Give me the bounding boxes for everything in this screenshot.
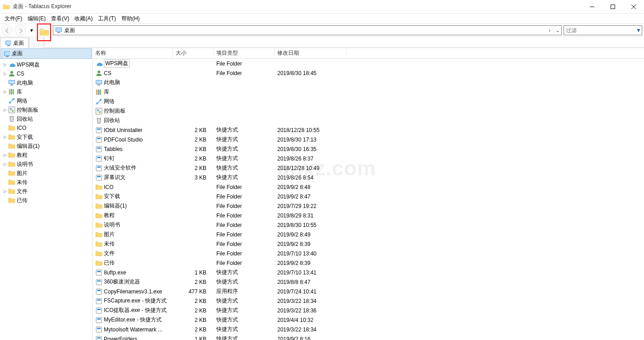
file-row[interactable]: 安下载File Folder2019/9/2 8:47: [93, 192, 644, 201]
file-row[interactable]: 编辑器(1)File Folder2019/7/29 19:22: [93, 201, 644, 211]
minimize-button[interactable]: [582, 0, 602, 14]
tree-item[interactable]: 网络: [0, 96, 92, 105]
forward-button[interactable]: [14, 24, 26, 36]
file-name: 图片: [104, 231, 115, 238]
file-date: 2019/9/2 8:39: [275, 260, 347, 266]
file-row[interactable]: 火绒安全软件2 KB快捷方式2018/12/28 10:49: [93, 163, 644, 173]
file-row[interactable]: 文件File Folder2019/7/10 13:40: [93, 249, 644, 258]
tree-twisty[interactable]: ▷: [2, 135, 8, 139]
close-button[interactable]: [623, 0, 644, 14]
tree-item[interactable]: ▷安下载: [0, 132, 92, 142]
file-type: File Folder: [214, 250, 275, 257]
address-path[interactable]: 桌面: [64, 27, 546, 34]
tree-twisty[interactable]: ▷: [2, 62, 8, 67]
tree-item[interactable]: ▷库: [0, 87, 92, 96]
file-row[interactable]: WPS网盘File Folder: [93, 59, 644, 68]
file-row[interactable]: PowerFolders1 KB快捷方式2019/9/2 8:16: [93, 334, 644, 340]
back-button[interactable]: [1, 24, 13, 36]
svg-rect-15: [611, 5, 615, 9]
tree-twisty[interactable]: ▷: [2, 162, 8, 166]
tree-item[interactable]: 已传: [0, 196, 92, 205]
menu-edit[interactable]: 编辑(E): [25, 14, 48, 24]
file-name: 文件: [104, 250, 115, 257]
sidebar-header[interactable]: 桌面: [0, 48, 92, 59]
tree-twisty[interactable]: ▷: [2, 108, 8, 112]
tree-item[interactable]: ▷控制面板: [0, 105, 92, 114]
file-name: ICO提取器.exe - 快捷方式: [104, 307, 167, 314]
filter-input[interactable]: [564, 27, 635, 33]
menu-tools[interactable]: 工具(T): [95, 14, 118, 24]
tree-item[interactable]: ▷教程: [0, 151, 92, 160]
column-name[interactable]: 名称: [93, 48, 173, 58]
file-size: 2 KB: [173, 165, 214, 171]
file-size: 477 KB: [173, 288, 214, 295]
file-row[interactable]: CSFile Folder2019/8/30 18:45: [93, 68, 644, 78]
maximize-button[interactable]: [602, 0, 623, 14]
file-row[interactable]: 说明书File Folder2019/8/30 10:55: [93, 220, 644, 230]
tree-item[interactable]: 回收站: [0, 114, 92, 123]
folder-tree[interactable]: ▷WPS网盘▷CS此电脑▷库网络▷控制面板回收站ICO▷安下载编辑器(1)▷教程…: [0, 59, 92, 340]
file-row[interactable]: PDFCool Studio2 KB快捷方式2019/8/30 17:13: [93, 135, 644, 144]
file-row[interactable]: 已传File Folder2019/9/2 8:39: [93, 258, 644, 268]
menu-view[interactable]: 查看(V): [48, 14, 72, 24]
tree-twisty[interactable]: ▷: [2, 189, 8, 194]
address-dropdown[interactable]: ⌄: [553, 27, 561, 33]
file-row[interactable]: FSCapture.exe - 快捷方式2 KB快捷方式2019/3/22 18…: [93, 296, 644, 306]
file-type: 快捷方式: [214, 335, 275, 340]
filter-box[interactable]: ▼: [564, 25, 642, 35]
file-row[interactable]: ICO提取器.exe - 快捷方式2 KB快捷方式2019/3/22 18:36: [93, 306, 644, 315]
tree-item[interactable]: ▷文件: [0, 187, 92, 196]
file-row[interactable]: Mytoolsoft Watermark ...2 KB快捷方式2019/3/2…: [93, 325, 644, 334]
file-name: 此电脑: [104, 79, 120, 86]
tree-twisty[interactable]: ▷: [2, 153, 8, 157]
column-type[interactable]: 项目类型: [214, 48, 275, 58]
file-row[interactable]: CopyFilenamesv3.1.exe477 KB应用程序2019/7/24…: [93, 287, 644, 296]
menu-help[interactable]: 帮助(H): [119, 14, 143, 24]
tree-item[interactable]: 未传: [0, 178, 92, 187]
file-type: File Folder: [214, 222, 275, 228]
tree-item[interactable]: 编辑器(1): [0, 142, 92, 151]
tree-item[interactable]: 图片: [0, 169, 92, 178]
file-row[interactable]: 控制面板: [93, 106, 644, 116]
up-folder-button-highlighted[interactable]: [37, 24, 51, 41]
history-dropdown[interactable]: ▾: [27, 24, 36, 36]
file-rows[interactable]: WPS网盘File FolderCSFile Folder2019/8/30 1…: [93, 59, 644, 340]
tree-label: 教程: [17, 151, 28, 159]
filter-icon[interactable]: ▼: [635, 27, 642, 33]
file-row[interactable]: 360极速浏览器2 KB快捷方式2019/8/8 8:47: [93, 277, 644, 287]
tree-twisty[interactable]: ▷: [2, 71, 8, 76]
file-row[interactable]: ICOFile Folder2019/9/2 8:48: [93, 182, 644, 192]
app-icon: [95, 127, 103, 134]
menu-file[interactable]: 文件(F): [2, 14, 25, 24]
file-row[interactable]: 此电脑: [93, 78, 644, 87]
lib-icon: [95, 89, 103, 96]
tree-item[interactable]: ▷CS: [0, 69, 92, 78]
file-row[interactable]: 教程File Folder2019/8/29 8:31: [93, 211, 644, 220]
address-bar[interactable]: 桌面 › ⌄: [53, 25, 562, 35]
file-row[interactable]: 未传File Folder2019/9/2 8:39: [93, 239, 644, 249]
file-row[interactable]: Tabbles2 KB快捷方式2019/8/30 16:35: [93, 144, 644, 154]
column-size[interactable]: 大小: [173, 48, 214, 58]
file-row[interactable]: MyEditor.exe - 快捷方式2 KB快捷方式2019/4/4 10:3…: [93, 315, 644, 325]
column-date[interactable]: 修改日期: [275, 48, 347, 58]
tree-item[interactable]: 此电脑: [0, 78, 92, 87]
tree-item[interactable]: ▷说明书: [0, 160, 92, 169]
folder-icon: [8, 197, 15, 204]
tree-item[interactable]: ▷WPS网盘: [0, 60, 92, 69]
file-size: 1 KB: [173, 269, 214, 276]
tree-twisty[interactable]: ▷: [2, 90, 8, 94]
folder-icon: [95, 241, 103, 248]
file-row[interactable]: 库: [93, 87, 644, 97]
file-row[interactable]: 钉钉2 KB快捷方式2019/8/26 8:37: [93, 154, 644, 163]
file-row[interactable]: 图片File Folder2019/9/2 8:49: [93, 230, 644, 239]
file-name: 安下载: [104, 193, 120, 200]
tree-item[interactable]: ICO: [0, 123, 92, 132]
address-separator[interactable]: ›: [546, 27, 553, 33]
file-row[interactable]: 8uftp.exe1 KB快捷方式2019/7/10 13:41: [93, 268, 644, 277]
file-row[interactable]: 屏幕识文3 KB快捷方式2019/8/26 8:54: [93, 173, 644, 182]
file-row[interactable]: 网络: [93, 97, 644, 106]
file-row[interactable]: 回收站: [93, 116, 644, 125]
menu-favorites[interactable]: 收藏(A): [72, 14, 95, 24]
file-row[interactable]: IObit Uninstaller2 KB快捷方式2018/12/28 10:5…: [93, 125, 644, 135]
tab-desktop[interactable]: 桌面: [0, 38, 29, 48]
